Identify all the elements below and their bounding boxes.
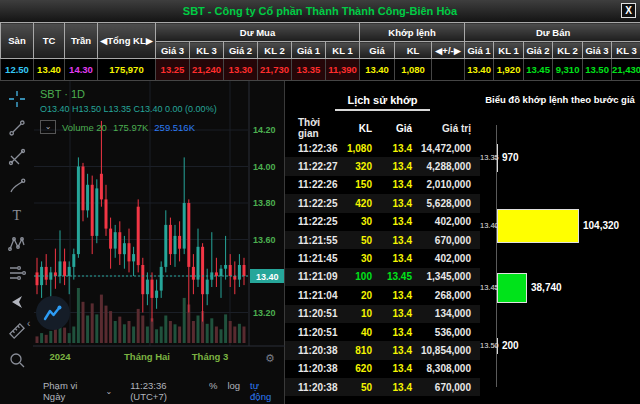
history-table: Thời gian KL Giá Giá trị 11:22:361,08013… xyxy=(285,117,480,396)
symbol-interval-label: SBT · 1D xyxy=(40,88,217,100)
matched-header: ◀+/-▶ xyxy=(432,42,465,59)
forecast-tool-icon[interactable] xyxy=(7,263,27,283)
chevron-down-icon[interactable]: ⌄ xyxy=(40,120,56,134)
group-header-bid: Dư Mua xyxy=(156,23,360,42)
history-row[interactable]: 11:21:453013.4402,000 xyxy=(285,249,480,267)
group-header-matched: Khớp lệnh xyxy=(360,23,465,42)
close-button[interactable]: X xyxy=(621,3,636,18)
trade-value: 4,288,000 xyxy=(418,157,480,175)
history-row[interactable]: 11:22:2542013.45,628,000 xyxy=(285,194,480,212)
chart-footer-toolbar: Phạm vi Ngày ⌄ 11:23:36 (UTC+7) % log tự… xyxy=(33,377,282,404)
matched-vol[interactable]: 1,080 xyxy=(395,59,432,81)
history-row[interactable]: 11:21:555013.4670,000 xyxy=(285,231,480,249)
step-bar xyxy=(497,209,579,243)
price-board: Sàn TC Trần ◀Tổng KL▶ Dư Mua Khớp lệnh D… xyxy=(0,22,640,81)
trade-time: 11:20:51 xyxy=(285,323,340,341)
trade-price: 13.4 xyxy=(378,378,418,396)
step-bar xyxy=(497,338,498,354)
bid-header: KL 3 xyxy=(190,42,224,59)
volume-indicator-label: Volume 20 xyxy=(62,122,107,133)
text-tool-icon[interactable]: T xyxy=(7,205,27,225)
step-price-label: 13.45 xyxy=(480,283,494,292)
crosshair-icon[interactable] xyxy=(7,89,27,109)
history-row[interactable]: 11:20:3862013.48,308,000 xyxy=(285,360,480,378)
history-col-price: Giá xyxy=(378,117,418,139)
bid-vol-3[interactable]: 21,240 xyxy=(190,59,224,81)
matched-change[interactable] xyxy=(432,59,465,81)
clock-readout[interactable]: 11:23:36 (UTC+7) xyxy=(130,380,205,402)
bid-price-1[interactable]: 13.35 xyxy=(292,59,326,81)
history-row[interactable]: 11:20:514013.4536,000 xyxy=(285,323,480,341)
bid-vol-1[interactable]: 11,390 xyxy=(326,59,360,81)
history-row[interactable]: 11:21:0910013.451,345,000 xyxy=(285,268,480,286)
step-bar-value: 200 xyxy=(502,340,519,351)
history-row[interactable]: 11:20:511013.4134,000 xyxy=(285,305,480,323)
col-header-ceiling: Trần xyxy=(65,23,98,59)
trade-time: 11:22:36 xyxy=(285,139,340,157)
step-bar-value: 38,740 xyxy=(531,282,562,293)
trade-price: 13.4 xyxy=(378,194,418,212)
col-header-floor: Sàn xyxy=(1,23,34,59)
ask-header: KL 1 xyxy=(494,42,524,59)
auto-scale-button[interactable]: tự động xyxy=(250,380,282,402)
matched-price[interactable]: 13.40 xyxy=(360,59,395,81)
trade-volume: 30 xyxy=(340,213,378,231)
trade-volume: 50 xyxy=(340,378,378,396)
chevron-down-icon[interactable]: ⌄ xyxy=(105,387,112,396)
bid-vol-2[interactable]: 21,730 xyxy=(258,59,292,81)
history-row[interactable]: 11:22:2732013.44,288,000 xyxy=(285,157,480,175)
zoom-icon[interactable] xyxy=(7,350,27,370)
main-content: T 14.2014.0013.8013.6013.2013.402024Thán… xyxy=(0,81,640,404)
ask-vol-2[interactable]: 9,310 xyxy=(553,59,583,81)
ref-price[interactable]: 13.40 xyxy=(34,59,65,81)
svg-text:Tháng 3: Tháng 3 xyxy=(192,351,228,362)
brush-icon[interactable] xyxy=(7,176,27,196)
xabcd-pattern-icon[interactable] xyxy=(7,234,27,254)
history-row[interactable]: 11:21:042013.4268,000 xyxy=(285,286,480,304)
trade-price: 13.4 xyxy=(378,305,418,323)
trade-value: 670,000 xyxy=(418,378,480,396)
trade-value: 402,000 xyxy=(418,249,480,267)
price-step-panel: Biểu đồ khớp lệnh theo bước giá 13.35970… xyxy=(480,81,640,404)
trade-volume: 150 xyxy=(340,176,378,194)
ask-price-1[interactable]: 13.40 xyxy=(465,59,494,81)
ask-header: Giá 2 xyxy=(524,42,553,59)
percent-scale-button[interactable]: % xyxy=(209,380,217,402)
total-volume[interactable]: 175,970 xyxy=(98,59,156,81)
history-row[interactable]: 11:20:385013.4670,000 xyxy=(285,378,480,396)
ask-price-2[interactable]: 13.45 xyxy=(524,59,553,81)
ceiling-price[interactable]: 14.30 xyxy=(65,59,98,81)
trade-time: 11:21:09 xyxy=(285,268,340,286)
trade-value: 5,628,000 xyxy=(418,194,480,212)
ask-vol-3[interactable]: 21,430 xyxy=(612,59,640,81)
gann-fib-icon[interactable] xyxy=(7,147,27,167)
step-bar-value: 970 xyxy=(502,152,519,163)
trade-time: 11:22:25 xyxy=(285,194,340,212)
range-selector[interactable]: Phạm vi Ngày xyxy=(43,380,101,402)
step-bar xyxy=(497,273,527,303)
bid-price-3[interactable]: 13.25 xyxy=(156,59,190,81)
trade-price: 13.4 xyxy=(378,139,418,157)
bid-price-2[interactable]: 13.30 xyxy=(224,59,258,81)
trade-time: 11:21:55 xyxy=(285,231,340,249)
trade-volume: 1,080 xyxy=(340,139,378,157)
svg-text:T: T xyxy=(12,208,21,223)
ask-vol-1[interactable]: 1,920 xyxy=(494,59,524,81)
ask-price-3[interactable]: 13.50 xyxy=(583,59,612,81)
history-row[interactable]: 11:20:3881013.410,854,000 xyxy=(285,341,480,359)
step-price-label: 13.40 xyxy=(480,221,494,230)
arrow-icon[interactable] xyxy=(7,292,27,312)
ask-header: KL 2 xyxy=(553,42,583,59)
bid-header: KL 2 xyxy=(258,42,292,59)
trade-volume: 810 xyxy=(340,341,378,359)
floor-price[interactable]: 12.50 xyxy=(1,59,34,81)
history-col-vol: KL xyxy=(340,117,378,139)
trend-line-icon[interactable] xyxy=(7,118,27,138)
history-row[interactable]: 11:22:253013.4402,000 xyxy=(285,213,480,231)
ruler-icon[interactable] xyxy=(7,321,27,341)
log-scale-button[interactable]: log xyxy=(227,380,240,402)
history-row[interactable]: 11:22:361,08013.414,472,000 xyxy=(285,139,480,157)
bid-header: KL 1 xyxy=(326,42,360,59)
trade-value: 134,000 xyxy=(418,305,480,323)
history-row[interactable]: 11:22:2615013.42,010,000 xyxy=(285,176,480,194)
